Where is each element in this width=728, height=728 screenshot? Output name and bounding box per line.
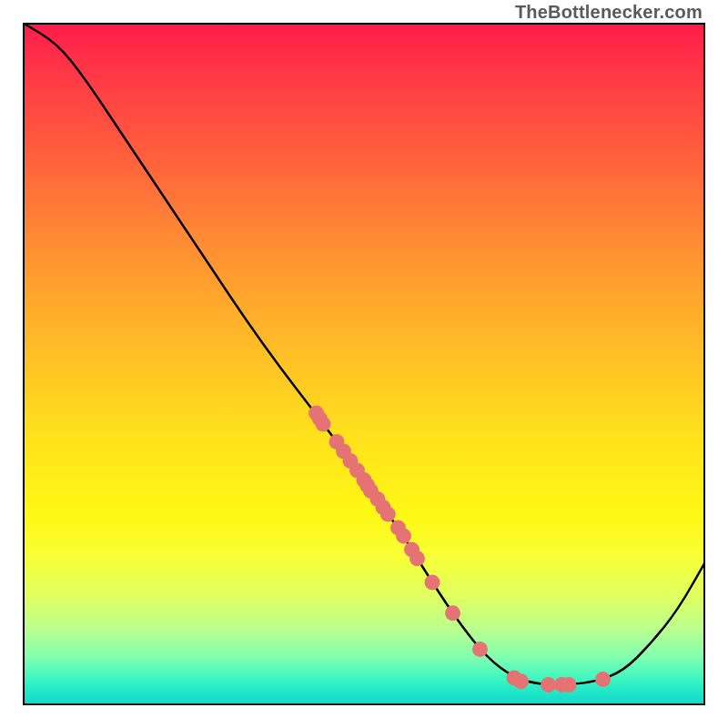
watermark-text: TheBottlenecker.com xyxy=(515,2,703,23)
plot-background xyxy=(23,23,705,705)
plot-area xyxy=(23,23,705,705)
chart-container: TheBottlenecker.com xyxy=(0,0,728,728)
